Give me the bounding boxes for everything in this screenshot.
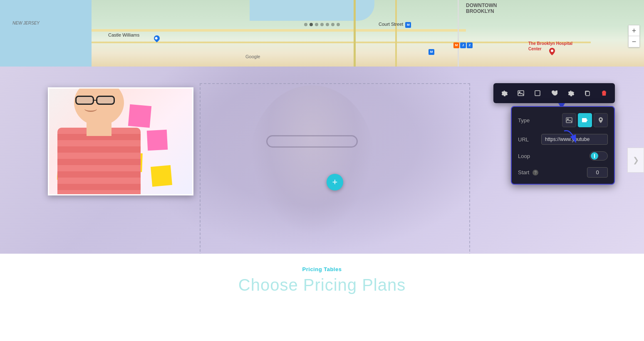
dot-4[interactable] bbox=[320, 23, 324, 26]
arrow-right-button[interactable]: ❯ bbox=[627, 148, 644, 173]
sticky-pink-2 bbox=[147, 130, 168, 151]
start-input[interactable] bbox=[587, 167, 608, 178]
toolbar-square-button[interactable] bbox=[530, 86, 545, 101]
svg-marker-11 bbox=[587, 119, 588, 121]
hospital-pin[interactable] bbox=[549, 48, 555, 57]
google-label: Google bbox=[245, 54, 260, 59]
borough-hall-subway: M bbox=[429, 49, 434, 55]
carousel-dots bbox=[304, 23, 340, 26]
floating-toolbar bbox=[493, 83, 615, 103]
type-image-button[interactable] bbox=[562, 113, 576, 127]
svg-point-0 bbox=[551, 49, 553, 52]
type-video-button[interactable] bbox=[578, 113, 592, 127]
downtown-label: DOWNTOWN BROOKLYN bbox=[466, 2, 497, 14]
map-zoom-controls: + − bbox=[628, 25, 640, 47]
toolbar-trash-button[interactable] bbox=[597, 86, 612, 101]
new-jersey-label: NEW JERSEY bbox=[12, 21, 40, 25]
url-label: URL bbox=[518, 136, 529, 143]
pricing-section: Pricing Tables Choose Pricing Plans bbox=[0, 254, 644, 341]
type-label: Type bbox=[518, 117, 530, 124]
dot-2[interactable] bbox=[310, 23, 313, 26]
loop-label: Loop bbox=[518, 153, 530, 159]
toolbar-settings-button[interactable] bbox=[497, 86, 512, 101]
person-figure bbox=[57, 87, 141, 194]
svg-point-12 bbox=[600, 119, 602, 120]
toolbar-heart-button[interactable] bbox=[547, 86, 562, 101]
video-panel: + bbox=[200, 83, 470, 254]
properties-panel: Type bbox=[511, 106, 615, 185]
person-thumbnail bbox=[48, 87, 193, 195]
jaystreet-subway: M J Z bbox=[453, 42, 473, 48]
dot-1[interactable] bbox=[304, 23, 307, 26]
castle-williams-pin[interactable] bbox=[154, 35, 160, 43]
dot-3[interactable] bbox=[315, 23, 318, 26]
sticky-yellow-2 bbox=[151, 165, 172, 187]
pricing-subtitle: Pricing Tables bbox=[302, 266, 342, 272]
svg-rect-6 bbox=[586, 91, 590, 96]
dot-5[interactable] bbox=[326, 23, 329, 26]
zoom-in-button[interactable]: + bbox=[629, 25, 639, 36]
toolbar-image-button[interactable] bbox=[513, 86, 528, 101]
svg-rect-4 bbox=[535, 91, 540, 96]
media-section: + ❯ bbox=[0, 67, 644, 254]
zoom-out-button[interactable]: − bbox=[629, 36, 639, 47]
court-street-label: Court Street M bbox=[379, 22, 411, 28]
toolbar-copy-button[interactable] bbox=[580, 86, 595, 101]
blue-arrow bbox=[562, 127, 579, 145]
start-label: Start ? bbox=[518, 169, 538, 176]
dot-7[interactable] bbox=[337, 23, 340, 26]
dot-6[interactable] bbox=[331, 23, 334, 26]
map-section: NEW JERSEY Castle Williams Court Street … bbox=[0, 0, 644, 67]
type-buttons bbox=[562, 113, 608, 127]
pricing-title: Choose Pricing Plans bbox=[238, 276, 406, 294]
start-help-icon[interactable]: ? bbox=[533, 170, 538, 175]
brooklyn-hospital-label: The Brooklyn Hospital Center bbox=[528, 41, 582, 52]
castle-williams-label: Castle Williams bbox=[108, 32, 139, 37]
loop-toggle[interactable] bbox=[590, 151, 608, 161]
type-pin-button[interactable] bbox=[594, 113, 608, 127]
toolbar-gear-button[interactable] bbox=[563, 86, 578, 101]
video-add-button[interactable]: + bbox=[327, 174, 343, 190]
svg-rect-10 bbox=[582, 118, 587, 122]
